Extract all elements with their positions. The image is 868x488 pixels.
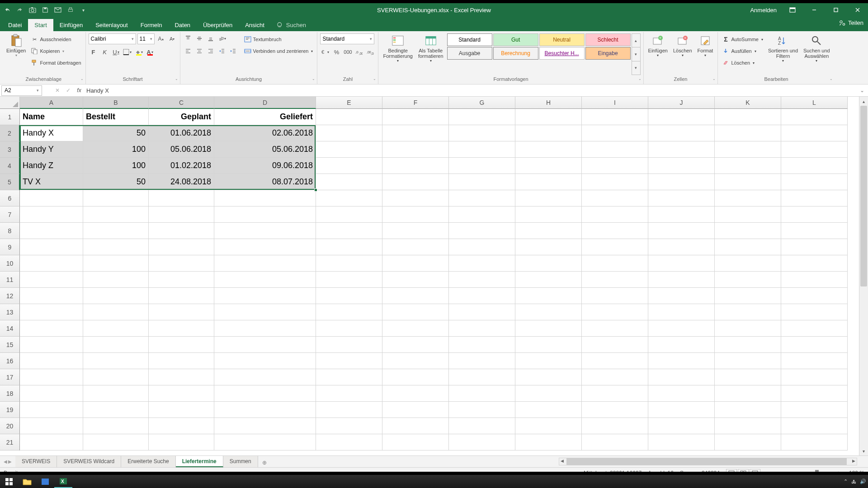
row-header[interactable]: 2 xyxy=(0,125,20,141)
cell[interactable] xyxy=(515,125,582,141)
cell[interactable] xyxy=(83,223,149,239)
cell[interactable] xyxy=(648,190,715,206)
cell[interactable] xyxy=(316,255,382,272)
row-header[interactable]: 21 xyxy=(0,434,20,450)
close-button[interactable] xyxy=(847,3,868,17)
cell[interactable] xyxy=(582,353,648,369)
cell[interactable] xyxy=(715,239,781,255)
cell[interactable] xyxy=(316,190,382,206)
cell[interactable] xyxy=(715,288,781,304)
cell[interactable] xyxy=(582,206,648,223)
cell[interactable] xyxy=(648,239,715,255)
cell[interactable] xyxy=(20,239,83,255)
cell[interactable] xyxy=(316,337,382,353)
cell[interactable] xyxy=(715,353,781,369)
cell[interactable] xyxy=(20,272,83,288)
undo-button[interactable] xyxy=(3,5,12,14)
cell[interactable]: Bestellt xyxy=(83,109,149,125)
cell[interactable] xyxy=(715,337,781,353)
cell[interactable] xyxy=(781,353,848,369)
sheet-tab[interactable]: SVERWEIS Wildcard xyxy=(57,456,121,467)
sheet-tab[interactable]: SVERWEIS xyxy=(15,456,57,467)
align-top-button[interactable] xyxy=(183,33,193,43)
cell[interactable] xyxy=(149,304,214,320)
number-format-select[interactable]: Standard▾ xyxy=(320,33,374,44)
cell[interactable] xyxy=(715,418,781,434)
cell[interactable] xyxy=(149,385,214,402)
row-header[interactable]: 4 xyxy=(0,158,20,174)
cell[interactable] xyxy=(715,158,781,174)
cell[interactable] xyxy=(449,304,515,320)
row-header[interactable]: 18 xyxy=(0,385,20,402)
style-swatch[interactable]: Standard xyxy=(447,33,492,46)
cell[interactable]: Geplant xyxy=(149,109,214,125)
cell[interactable] xyxy=(715,402,781,418)
cell[interactable] xyxy=(149,434,214,450)
cell[interactable] xyxy=(582,337,648,353)
cell[interactable] xyxy=(582,320,648,337)
cell[interactable] xyxy=(83,272,149,288)
cell[interactable] xyxy=(449,174,515,190)
cell[interactable]: Handy Z xyxy=(20,158,83,174)
align-center-button[interactable] xyxy=(194,46,204,56)
cell[interactable] xyxy=(149,353,214,369)
cell[interactable] xyxy=(20,206,83,223)
cell[interactable] xyxy=(515,109,582,125)
cell[interactable] xyxy=(316,418,382,434)
row-header[interactable]: 3 xyxy=(0,141,20,158)
sheet-tab[interactable]: Erweiterte Suche xyxy=(121,456,175,467)
cell[interactable] xyxy=(449,369,515,385)
cell[interactable]: Geliefert xyxy=(214,109,316,125)
cell[interactable] xyxy=(781,337,848,353)
cell[interactable] xyxy=(382,272,449,288)
cell[interactable] xyxy=(214,288,316,304)
column-header[interactable]: D xyxy=(214,97,316,109)
cell[interactable] xyxy=(582,369,648,385)
cell[interactable] xyxy=(20,304,83,320)
format-cells-button[interactable]: Format▾ xyxy=(696,33,715,75)
cell[interactable] xyxy=(382,239,449,255)
cell[interactable] xyxy=(449,141,515,158)
minimize-button[interactable] xyxy=(804,3,825,17)
cell[interactable] xyxy=(214,385,316,402)
fill-handle[interactable] xyxy=(314,188,317,192)
column-header[interactable]: J xyxy=(648,97,715,109)
cell[interactable] xyxy=(515,272,582,288)
cell[interactable] xyxy=(382,190,449,206)
cell[interactable] xyxy=(781,239,848,255)
row-header[interactable]: 6 xyxy=(0,190,20,206)
accept-formula-button[interactable]: ✓ xyxy=(63,85,74,96)
cell[interactable] xyxy=(515,402,582,418)
cell[interactable] xyxy=(382,109,449,125)
cell[interactable] xyxy=(316,158,382,174)
cell[interactable] xyxy=(382,337,449,353)
start-button[interactable] xyxy=(0,475,18,488)
borders-button[interactable]: ▾ xyxy=(123,47,132,57)
wrap-text-button[interactable]: Textumbruch xyxy=(243,33,315,45)
cell[interactable] xyxy=(582,418,648,434)
row-header[interactable]: 11 xyxy=(0,272,20,288)
tray-up-icon[interactable]: ⌃ xyxy=(844,479,848,484)
insert-cells-button[interactable]: +Einfügen▾ xyxy=(646,33,670,75)
tab-file[interactable]: Datei xyxy=(2,19,28,31)
tab-überprüfen[interactable]: Überprüfen xyxy=(197,19,239,31)
cell[interactable] xyxy=(83,434,149,450)
cell[interactable]: 05.06.2018 xyxy=(214,141,316,158)
style-swatch[interactable]: Ausgabe xyxy=(447,47,492,60)
cell[interactable] xyxy=(449,320,515,337)
save-button[interactable] xyxy=(41,5,50,14)
font-name-select[interactable]: Calibri▾ xyxy=(89,33,136,44)
cell[interactable] xyxy=(20,337,83,353)
cell[interactable] xyxy=(449,402,515,418)
qat-customize-icon[interactable]: ▾ xyxy=(79,5,88,14)
row-header[interactable]: 17 xyxy=(0,369,20,385)
cell[interactable] xyxy=(83,418,149,434)
cell[interactable] xyxy=(582,223,648,239)
orientation-button[interactable]: ab▾ xyxy=(217,33,227,43)
cell[interactable] xyxy=(582,174,648,190)
cell[interactable] xyxy=(214,402,316,418)
cell[interactable] xyxy=(449,239,515,255)
add-sheet-button[interactable]: ⊕ xyxy=(258,458,271,466)
tab-ansicht[interactable]: Ansicht xyxy=(239,19,271,31)
cell[interactable] xyxy=(781,141,848,158)
